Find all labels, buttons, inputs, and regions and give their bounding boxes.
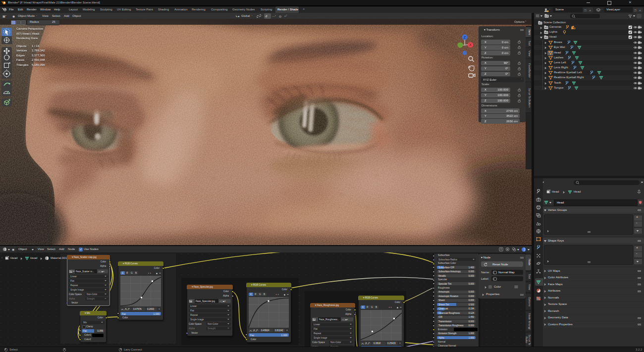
svg-text:X: X [469, 43, 472, 47]
svg-text:Z: Z [464, 36, 466, 39]
